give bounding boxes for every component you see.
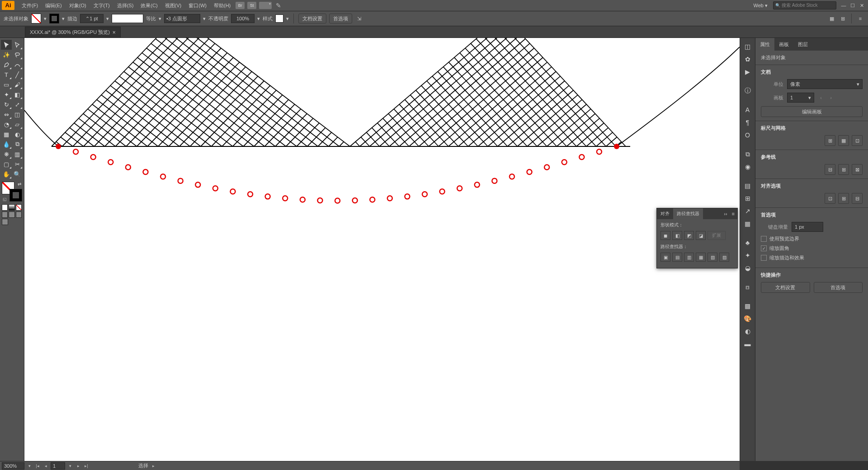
tab-properties[interactable]: 属性	[755, 38, 774, 51]
transform-panel-icon[interactable]: ✦	[741, 249, 755, 261]
hand-tool[interactable]: ✋	[1, 169, 12, 179]
unite-button[interactable]: ◼	[660, 231, 670, 240]
scale-tool[interactable]: ⤢	[12, 99, 23, 109]
info-panel-icon[interactable]: ⓘ	[741, 85, 755, 97]
maximize-button[interactable]: ☐	[848, 3, 857, 9]
links-panel-icon[interactable]: ⧉	[741, 148, 755, 160]
divide-button[interactable]: ▣	[660, 253, 670, 262]
eyedropper-tool[interactable]: 💧	[1, 139, 12, 149]
ruler-button[interactable]: ⊞	[825, 135, 835, 146]
graph-tool[interactable]: ▥	[12, 149, 23, 159]
width-tool[interactable]: ⇔	[1, 109, 12, 119]
curvature-tool[interactable]	[12, 60, 23, 70]
pen-tool[interactable]	[1, 60, 12, 70]
workspace-switcher[interactable]: Web ▾	[751, 3, 770, 9]
tab-layers[interactable]: 图层	[793, 38, 812, 51]
doc-setup-button[interactable]: 文档设置	[298, 14, 326, 24]
key-increment-field[interactable]: 1 px	[792, 222, 823, 232]
quick-docset-button[interactable]: 文档设置	[761, 282, 810, 293]
stroke-box[interactable]	[9, 189, 22, 202]
brush-profile-field[interactable]: • 3 点圆形	[164, 14, 200, 23]
magic-wand-tool[interactable]: ✨	[1, 50, 12, 60]
collapse-panel-icon[interactable]: ››	[722, 211, 729, 216]
zoom-tool[interactable]: 🔍	[12, 169, 23, 179]
type-tool[interactable]: T	[1, 70, 12, 80]
direct-selection-tool[interactable]	[12, 40, 23, 50]
minimize-button[interactable]: —	[839, 3, 848, 8]
transform-icon[interactable]: ⇲	[355, 14, 363, 23]
canvas[interactable]: 🦌	[24, 38, 740, 461]
lock-guides-button[interactable]: ⊞	[838, 164, 849, 175]
export-panel-icon[interactable]: ↗	[741, 205, 755, 217]
style-label[interactable]: 样式	[263, 15, 273, 22]
intersect-button[interactable]: ◩	[684, 231, 694, 240]
color-panel-icon[interactable]: 🎨	[741, 313, 755, 324]
edit-artboards-button[interactable]: 编辑画板	[761, 106, 863, 117]
opentype-panel-icon[interactable]: O	[741, 129, 755, 141]
menu-effect[interactable]: 效果(C)	[137, 2, 161, 9]
draw-normal-button[interactable]	[2, 212, 8, 218]
gradient-mode-button[interactable]	[9, 204, 14, 211]
menu-edit[interactable]: 编辑(E)	[42, 2, 66, 9]
swap-fill-stroke-icon[interactable]: ⇄	[18, 182, 21, 187]
bridge-icon[interactable]: Br	[236, 2, 245, 9]
transparency-grid-button[interactable]: ⊡	[852, 135, 863, 146]
symbol-sprayer-tool[interactable]: ❋	[1, 149, 12, 159]
navigator-panel-icon[interactable]: ▦	[741, 218, 755, 230]
fill-swatch[interactable]	[31, 14, 41, 24]
menu-window[interactable]: 窗口(W)	[185, 2, 210, 9]
default-fill-stroke-icon[interactable]: ◱	[3, 197, 7, 202]
symbols-panel-icon[interactable]: ♣	[741, 237, 755, 249]
align-dist-icon[interactable]: ⊞	[839, 14, 847, 23]
prefs-button[interactable]: 首选项	[329, 14, 352, 24]
opacity-label[interactable]: 不透明度	[208, 15, 228, 22]
eraser-tool[interactable]: ◧	[12, 89, 23, 99]
stock-icon[interactable]: St	[247, 2, 256, 9]
zoom-field[interactable]: 300%	[2, 462, 24, 470]
tab-close-icon[interactable]: ×	[113, 29, 116, 36]
perspective-tool[interactable]: ▱	[12, 119, 23, 129]
document-tab[interactable]: XXXX.ai* @ 300% (RGB/GPU 预览) ×	[25, 27, 121, 38]
align-to-icon[interactable]: ▦	[828, 14, 836, 23]
asset-export-icon[interactable]: ▤	[741, 180, 755, 192]
feather-icon[interactable]: ✎	[276, 2, 281, 9]
selection-tool[interactable]	[1, 40, 12, 50]
artboard-nav-dropdown[interactable]: ▾	[67, 463, 73, 469]
scale-corners-checkbox[interactable]: ✓缩放圆角	[761, 245, 863, 252]
first-artboard-button[interactable]: |◂	[34, 463, 41, 469]
tab-artboards[interactable]: 画板	[774, 38, 793, 51]
gradient-tool[interactable]: ◐	[12, 129, 23, 139]
minus-back-button[interactable]: ▨	[719, 253, 729, 262]
last-artboard-button[interactable]: ▸|	[83, 463, 90, 469]
menu-object[interactable]: 对象(O)	[66, 2, 90, 9]
stroke-label[interactable]: 描边	[67, 15, 77, 22]
draw-inside-button[interactable]	[16, 212, 22, 218]
cc-libraries-icon[interactable]: ◉	[741, 161, 755, 173]
snap-point-button[interactable]: ⊞	[838, 193, 849, 204]
fill-stroke-control[interactable]: ⇄ ◱	[2, 182, 22, 202]
style-swatch[interactable]	[275, 14, 283, 23]
stroke-weight-field[interactable]: ⌃ 1 pt	[80, 14, 104, 23]
next-artboard-button[interactable]: ▸	[75, 463, 81, 469]
rectangle-tool[interactable]: ▭	[1, 80, 12, 89]
swatches-panel-icon[interactable]: ▩	[741, 300, 755, 312]
merge-button[interactable]: ▥	[684, 253, 694, 262]
slice-tool[interactable]: ✂	[12, 159, 23, 169]
next-artboard-button[interactable]: ›	[828, 95, 834, 100]
free-transform-tool[interactable]: ◫	[12, 109, 23, 119]
scale-strokes-checkbox[interactable]: 缩放描边和效果	[761, 254, 863, 261]
mesh-tool[interactable]: ▦	[1, 129, 12, 139]
crop-button[interactable]: ▦	[696, 253, 706, 262]
blend-tool[interactable]: ⧉	[12, 139, 23, 149]
brushes-panel-icon[interactable]: ▬	[741, 338, 755, 350]
artboard-nav-field[interactable]: 1	[51, 462, 65, 470]
status-menu-button[interactable]: ▸	[150, 463, 156, 469]
snap-grid-button[interactable]: ⊟	[852, 193, 863, 204]
trim-button[interactable]: ▤	[672, 253, 682, 262]
quick-prefs-button[interactable]: 首选项	[814, 282, 863, 293]
stroke-dash-field[interactable]	[112, 14, 143, 23]
draw-behind-button[interactable]	[9, 212, 14, 218]
preview-bounds-checkbox[interactable]: 使用预览边界	[761, 235, 863, 242]
none-mode-button[interactable]	[16, 204, 22, 211]
artboard-dropdown[interactable]: 1▾	[787, 93, 814, 103]
